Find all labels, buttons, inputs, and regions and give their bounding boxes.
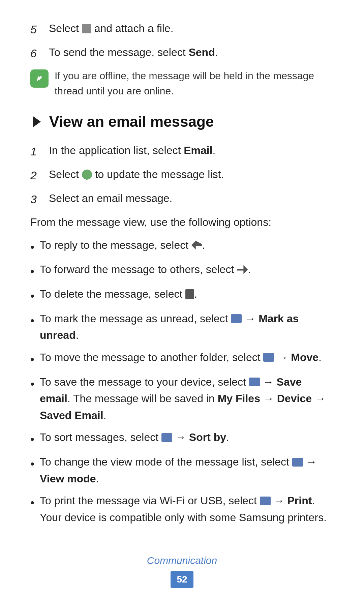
bullet-dot: • [30, 351, 40, 368]
bullet-list: • To reply to the message, select . • To… [30, 237, 334, 526]
bullet-content: To print the message via Wi-Fi or USB, s… [40, 492, 334, 526]
step-num-5: 5 [30, 20, 49, 38]
trash-icon [185, 289, 194, 299]
footer-page-number: 52 [171, 571, 193, 588]
bullet-dot: • [30, 238, 40, 256]
list-item: • To change the view mode of the message… [30, 454, 334, 487]
list-item: • To delete the message, select . [30, 286, 334, 305]
step-6-text: To send the message, select Send. [49, 44, 334, 60]
step-num-2: 2 [30, 166, 49, 184]
step-5: 5 Select and attach a file. [30, 20, 334, 38]
list-item: • To save the message to your device, se… [30, 374, 334, 424]
list-item: • To forward the message to others, sele… [30, 261, 334, 280]
bullet-content: To delete the message, select . [40, 286, 334, 303]
list-item: • To mark the message as unread, select … [30, 310, 334, 344]
step-1-text: In the application list, select Email. [49, 142, 334, 158]
bullet-content: To save the message to your device, sele… [40, 374, 334, 424]
bullet-dot: • [30, 375, 40, 393]
step-3: 3 Select an email message. [30, 190, 334, 208]
note-text: If you are offline, the message will be … [55, 68, 334, 98]
step-num-3: 3 [30, 190, 49, 208]
step-1: 1 In the application list, select Email. [30, 142, 334, 160]
bullet-content: To mark the message as unread, select → … [40, 310, 334, 344]
section-title: View an email message [49, 111, 214, 133]
menu-icon [161, 433, 172, 442]
bullet-dot: • [30, 455, 40, 473]
step-2: 2 Select to update the message list. [30, 166, 334, 184]
list-item: • To print the message via Wi-Fi or USB,… [30, 492, 334, 526]
menu-icon [292, 458, 303, 467]
note-icon [30, 69, 49, 88]
bullet-dot: • [30, 494, 40, 512]
section-heading: View an email message [30, 111, 334, 133]
reply-icon [191, 241, 202, 249]
body-intro: From the message view, use the following… [30, 214, 334, 231]
bullet-dot: • [30, 312, 40, 330]
page-footer: Communication 52 [30, 553, 334, 588]
bullet-content: To forward the message to others, select… [40, 261, 334, 278]
svg-marker-1 [33, 116, 41, 127]
menu-icon [231, 314, 242, 323]
step-6: 6 To send the message, select Send. [30, 44, 334, 62]
bullet-dot: • [30, 263, 40, 280]
arrow-icon: → [274, 495, 284, 507]
chevron-right-icon [30, 115, 43, 128]
list-item: • To move the message to another folder,… [30, 349, 334, 368]
arrow-icon: → [175, 431, 186, 443]
list-item: • To reply to the message, select . [30, 237, 334, 256]
refresh-icon [82, 170, 92, 180]
step-5-text: Select and attach a file. [49, 20, 334, 36]
bullet-content: To reply to the message, select . [40, 237, 334, 254]
arrow-icon: → [277, 351, 288, 363]
menu-icon [263, 353, 274, 362]
bullet-content: To move the message to another folder, s… [40, 349, 334, 366]
step-3-text: Select an email message. [49, 190, 334, 206]
arrow-icon: → [245, 312, 255, 325]
footer-category: Communication [30, 553, 334, 568]
bullet-dot: • [30, 430, 40, 448]
menu-icon [260, 497, 271, 505]
arrow-icon: → [263, 376, 274, 388]
arrow-icon: → [306, 456, 317, 468]
list-item: • To sort messages, select → Sort by. [30, 429, 334, 448]
bullet-dot: • [30, 287, 40, 305]
note-pencil-icon [33, 72, 46, 85]
step-num-1: 1 [30, 142, 49, 160]
bullet-content: To change the view mode of the message l… [40, 454, 334, 487]
step-2-text: Select to update the message list. [49, 166, 334, 182]
bullet-content: To sort messages, select → Sort by. [40, 429, 334, 446]
attach-icon [82, 24, 91, 33]
step-num-6: 6 [30, 44, 49, 62]
menu-icon [249, 378, 260, 386]
forward-icon [237, 265, 248, 274]
note-box: If you are offline, the message will be … [30, 68, 334, 98]
